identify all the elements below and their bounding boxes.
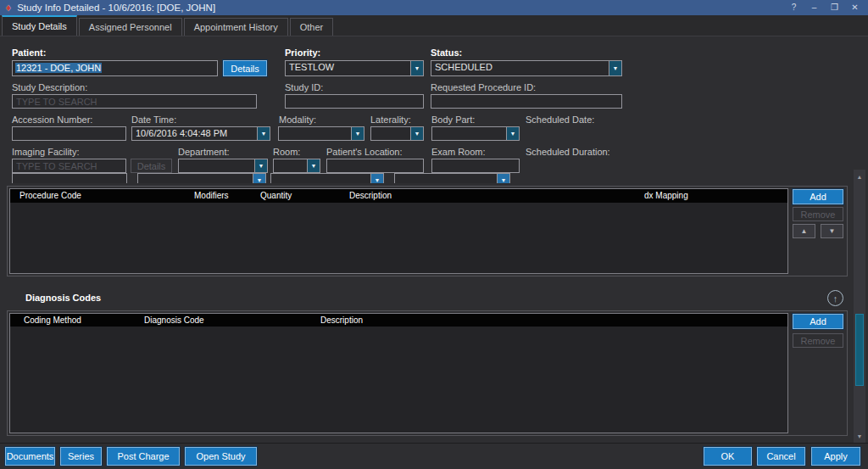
tab-assigned-personnel[interactable]: Assigned Personnel — [79, 18, 182, 36]
scrollbar-thumb[interactable] — [855, 314, 864, 386]
date-time-value: 10/6/2016 4:04:48 PM — [132, 127, 257, 140]
requested-procedure-id-input[interactable] — [431, 94, 622, 109]
room-dropdown[interactable]: ▼ — [273, 159, 320, 173]
procedure-remove-button: Remove — [793, 207, 843, 221]
laterality-label: Laterality: — [370, 114, 411, 125]
restore-icon[interactable]: ❐ — [827, 1, 842, 14]
clipped-input[interactable] — [12, 173, 127, 183]
chevron-down-icon[interactable]: ▼ — [410, 127, 423, 140]
col-description: Description — [349, 191, 392, 200]
open-study-button[interactable]: Open Study — [185, 447, 257, 466]
close-icon[interactable]: ✕ — [848, 1, 862, 14]
col-quantity: Quantity — [260, 191, 292, 200]
move-down-icon[interactable]: ▼ — [821, 224, 843, 238]
patient-details-button[interactable]: Details — [223, 60, 267, 76]
body-part-label: Body Part: — [431, 114, 475, 125]
scroll-up-icon[interactable]: ▲ — [854, 171, 865, 181]
tab-appointment-history[interactable]: Appointment History — [184, 18, 288, 36]
modality-dropdown[interactable]: ▼ — [278, 126, 364, 141]
laterality-value — [371, 127, 410, 140]
chevron-down-icon[interactable]: ▼ — [506, 127, 519, 140]
date-time-dropdown[interactable]: 10/6/2016 4:04:48 PM ▼ — [131, 126, 270, 141]
col-dx-mapping: dx Mapping — [644, 191, 688, 200]
chevron-down-icon[interactable]: ▼ — [609, 61, 621, 75]
procedure-grid-header: Procedure Code Modifiers Quantity Descri… — [10, 189, 787, 203]
imaging-facility-details-button: Details — [131, 159, 172, 173]
tab-other[interactable]: Other — [290, 18, 334, 36]
study-id-label: Study ID: — [285, 82, 323, 92]
exam-room-input[interactable] — [431, 159, 520, 173]
collapse-up-icon[interactable]: ↑ — [827, 290, 843, 306]
diagnosis-grid-header: Coding Method Diagnosis Code Description — [10, 314, 787, 327]
diagnosis-remove-button: Remove — [793, 333, 843, 348]
patients-location-label: Patient's Location: — [326, 147, 403, 157]
diagnosis-codes-title: Diagnosis Codes — [25, 293, 101, 303]
body-part-dropdown[interactable]: ▼ — [431, 126, 520, 141]
clipped-form-row: ▼ ▼ ▼ — [0, 173, 853, 183]
clipped-dropdown[interactable]: ▼ — [137, 173, 266, 183]
priority-label: Priority: — [285, 47, 320, 58]
body-part-value — [432, 127, 506, 140]
accession-number-input[interactable] — [12, 126, 126, 141]
patient-value: 12321 - DOE, JOHN — [15, 63, 102, 73]
col-diagnosis-code: Diagnosis Code — [144, 315, 204, 325]
col-description: Description — [320, 315, 363, 325]
procedure-codes-section: Procedure Code Modifiers Quantity Descri… — [7, 186, 848, 276]
study-description-input[interactable] — [12, 94, 257, 109]
status-value: SCHEDULED — [431, 61, 609, 75]
requested-procedure-id-label: Requested Procedure ID: — [431, 82, 536, 92]
study-info-window: ♦ Study Info Detailed - 10/6/2016: [DOE,… — [0, 0, 868, 469]
diagnosis-grid[interactable]: Coding Method Diagnosis Code Description — [9, 313, 788, 433]
imaging-facility-input[interactable] — [12, 159, 126, 173]
status-dropdown[interactable]: SCHEDULED ▼ — [431, 60, 622, 76]
post-charge-button[interactable]: Post Charge — [107, 447, 180, 466]
chevron-down-icon[interactable]: ▼ — [307, 159, 320, 172]
room-value — [274, 159, 307, 172]
vertical-scrollbar[interactable]: ▲ ▼ — [854, 170, 865, 443]
tab-study-details[interactable]: Study Details — [2, 15, 77, 36]
department-label: Department: — [178, 147, 230, 157]
room-label: Room: — [273, 147, 300, 157]
apply-button[interactable]: Apply — [811, 447, 860, 466]
accession-number-label: Accession Number: — [12, 114, 92, 125]
cancel-button[interactable]: Cancel — [757, 447, 805, 466]
series-button[interactable]: Series — [60, 447, 102, 466]
chevron-down-icon[interactable]: ▼ — [257, 127, 270, 140]
patient-label: Patient: — [12, 47, 46, 58]
laterality-dropdown[interactable]: ▼ — [370, 126, 424, 141]
title-bar: ♦ Study Info Detailed - 10/6/2016: [DOE,… — [0, 0, 868, 15]
minimize-icon[interactable]: – — [807, 1, 821, 14]
col-procedure-code: Procedure Code — [19, 191, 81, 200]
chevron-down-icon[interactable]: ▼ — [254, 159, 267, 172]
documents-button[interactable]: Documents — [5, 447, 55, 466]
help-icon[interactable]: ? — [787, 1, 801, 14]
procedure-grid[interactable]: Procedure Code Modifiers Quantity Descri… — [9, 188, 788, 274]
patients-location-input[interactable] — [326, 159, 424, 173]
chevron-down-icon[interactable]: ▼ — [253, 174, 265, 183]
clipped-dropdown[interactable]: ▼ — [394, 173, 510, 183]
chevron-down-icon[interactable]: ▼ — [370, 174, 383, 183]
scroll-down-icon[interactable]: ▼ — [854, 431, 865, 441]
col-modifiers: Modifiers — [194, 191, 229, 200]
procedure-add-button[interactable]: Add — [793, 189, 843, 204]
priority-dropdown[interactable]: TESTLOW ▼ — [285, 60, 424, 76]
chevron-down-icon[interactable]: ▼ — [497, 174, 509, 183]
date-time-label: Date Time: — [131, 114, 176, 125]
priority-value: TESTLOW — [286, 61, 410, 75]
imaging-facility-label: Imaging Facility: — [12, 147, 79, 157]
col-coding-method: Coding Method — [24, 315, 81, 325]
scheduled-date-label: Scheduled Date: — [526, 114, 594, 125]
chevron-down-icon[interactable]: ▼ — [410, 61, 423, 75]
study-id-input[interactable] — [285, 94, 424, 109]
study-description-label: Study Description: — [12, 82, 87, 92]
scheduled-duration-label: Scheduled Duration: — [526, 147, 610, 157]
patient-field[interactable]: 12321 - DOE, JOHN — [12, 60, 218, 76]
clipped-dropdown[interactable]: ▼ — [270, 173, 384, 183]
app-icon[interactable]: ♦ — [6, 3, 11, 13]
diagnosis-add-button[interactable]: Add — [793, 314, 843, 329]
move-up-icon[interactable]: ▲ — [793, 224, 815, 238]
ok-button[interactable]: OK — [704, 447, 752, 466]
modality-label: Modality: — [279, 114, 316, 125]
chevron-down-icon[interactable]: ▼ — [351, 127, 364, 140]
department-dropdown[interactable]: ▼ — [178, 159, 268, 173]
